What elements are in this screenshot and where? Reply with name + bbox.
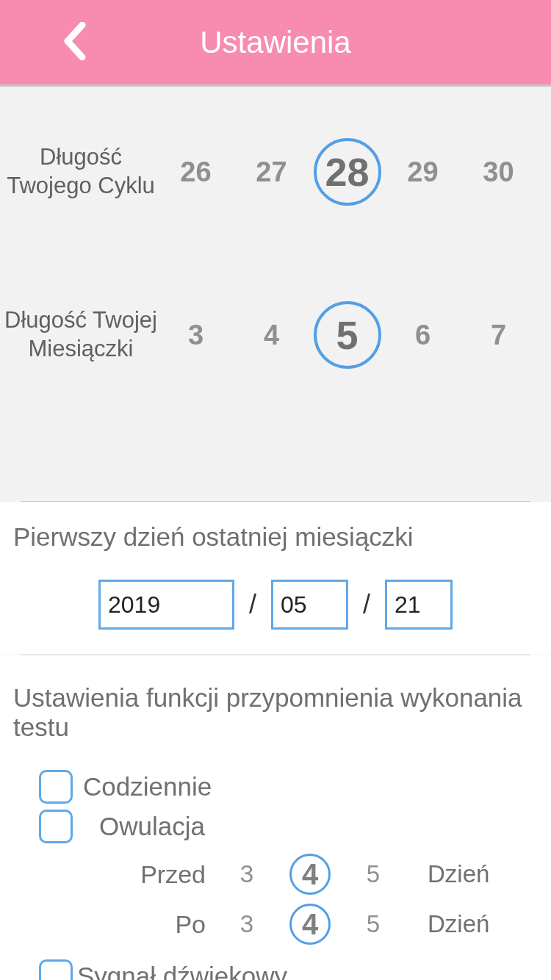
cycle-option[interactable]: 27 xyxy=(238,138,306,206)
after-unit: Dzień xyxy=(428,910,516,938)
before-unit: Dzień xyxy=(428,860,516,888)
sound-checkbox[interactable] xyxy=(39,959,73,980)
ovulation-checkbox-label: Owulacja xyxy=(99,812,205,841)
before-option-selected[interactable]: 4 xyxy=(289,854,331,895)
period-length-row: Długość Twojej Miesiączki 3 4 5 6 7 xyxy=(0,272,551,391)
after-option-selected[interactable]: 4 xyxy=(289,904,331,945)
period-option[interactable]: 7 xyxy=(465,301,533,369)
period-option[interactable]: 4 xyxy=(238,301,306,369)
year-field[interactable]: 2019 xyxy=(98,580,234,630)
before-option[interactable]: 5 xyxy=(353,854,394,895)
before-picker[interactable]: 3 4 5 xyxy=(226,854,394,895)
period-option[interactable]: 6 xyxy=(389,301,457,369)
before-label: Przed xyxy=(13,860,226,889)
cycle-length-row: Długość Twojego Cyklu 26 27 28 29 30 xyxy=(0,109,551,228)
first-day-section: Pierwszy dzień ostatniej miesiączki 2019… xyxy=(0,502,551,655)
before-row: Przed 3 4 5 Dzień xyxy=(13,849,538,899)
picker-section: Długość Twojego Cyklu 26 27 28 29 30 Dłu… xyxy=(0,109,551,391)
ovulation-checkbox[interactable] xyxy=(39,810,73,843)
period-option[interactable]: 3 xyxy=(162,301,230,369)
after-label: Po xyxy=(13,910,226,939)
sound-checkbox-row: Sygnał dźwiękowy xyxy=(13,959,538,980)
month-field[interactable]: 05 xyxy=(271,580,348,630)
day-field[interactable]: 21 xyxy=(385,580,453,630)
back-button[interactable] xyxy=(62,22,86,63)
date-input-row: 2019 / 05 / 21 xyxy=(13,580,538,630)
after-row: Po 3 4 5 Dzień xyxy=(13,899,538,949)
spacer xyxy=(0,391,551,501)
after-option[interactable]: 3 xyxy=(226,904,267,945)
after-picker[interactable]: 3 4 5 xyxy=(226,904,394,945)
first-day-title: Pierwszy dzień ostatniej miesiączki xyxy=(13,522,538,552)
period-length-picker[interactable]: 3 4 5 6 7 xyxy=(158,301,536,369)
cycle-length-label: Długość Twojego Cyklu xyxy=(4,143,158,201)
chevron-left-icon xyxy=(62,22,86,60)
daily-checkbox-row: Codziennie xyxy=(13,770,538,804)
daily-checkbox-label: Codziennie xyxy=(83,772,212,801)
app-header: Ustawienia xyxy=(0,0,551,87)
cycle-length-picker[interactable]: 26 27 28 29 30 xyxy=(158,138,536,206)
cycle-option[interactable]: 29 xyxy=(389,138,457,206)
date-separator: / xyxy=(363,589,370,620)
after-option[interactable]: 5 xyxy=(353,904,394,945)
cycle-option-selected[interactable]: 28 xyxy=(314,138,381,206)
reminder-section: Ustawienia funkcji przypomnienia wykonan… xyxy=(0,655,551,980)
before-option[interactable]: 3 xyxy=(226,854,267,895)
period-option-selected[interactable]: 5 xyxy=(314,301,381,369)
daily-checkbox[interactable] xyxy=(39,770,73,804)
sound-checkbox-label: Sygnał dźwiękowy xyxy=(77,962,287,980)
reminder-title: Ustawienia funkcji przypomnienia wykonan… xyxy=(13,683,538,742)
date-separator: / xyxy=(249,589,256,620)
period-length-label: Długość Twojej Miesiączki xyxy=(4,306,158,364)
cycle-option[interactable]: 26 xyxy=(162,138,230,206)
cycle-option[interactable]: 30 xyxy=(465,138,533,206)
ovulation-checkbox-row: Owulacja xyxy=(13,810,538,843)
